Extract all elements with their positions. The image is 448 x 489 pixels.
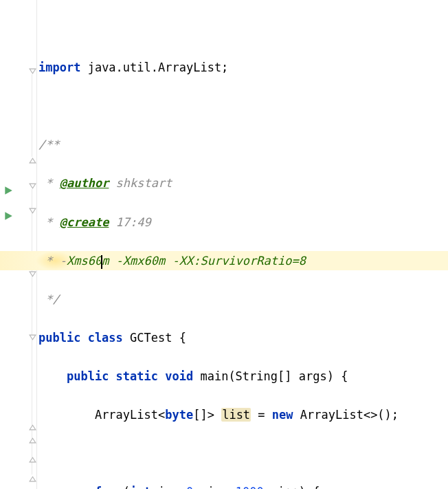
variable-highlighted: list — [221, 408, 251, 422]
text: []> — [193, 408, 221, 422]
javadoc-tag: @create — [60, 215, 109, 229]
keyword: int — [130, 485, 151, 489]
code-line[interactable]: ArrayList<byte[]> list = new ArrayList<>… — [38, 405, 448, 424]
text: GCTest { — [130, 331, 186, 345]
text: ArrayList< — [95, 408, 165, 422]
javadoc-star: * — [38, 215, 60, 229]
fold-end-icon[interactable] — [27, 155, 37, 164]
text: ( — [116, 485, 130, 489]
code-editor[interactable]: import java.util.ArrayList; /** * @autho… — [0, 0, 448, 489]
keyword: public class — [38, 331, 130, 345]
keyword: for — [95, 485, 116, 489]
jvm-arg: m -Xmx60m -XX:SurvivorRatio=8 — [102, 254, 306, 268]
keyword: public static void — [67, 369, 200, 383]
code-line[interactable]: public class GCTest { — [38, 328, 448, 347]
javadoc-close: */ — [38, 292, 60, 306]
fold-end-icon[interactable] — [27, 454, 37, 464]
fold-toggle-icon[interactable] — [27, 206, 37, 216]
javadoc-open: /** — [38, 138, 60, 151]
code-line[interactable]: * @create 17:49 — [38, 213, 448, 232]
gutter — [0, 0, 27, 489]
text: ArrayList<>(); — [293, 408, 399, 422]
run-gutter-icon[interactable] — [3, 182, 13, 191]
code-line[interactable] — [38, 19, 448, 39]
fold-column — [27, 0, 37, 489]
code-line[interactable]: import java.util.ArrayList; — [38, 58, 448, 77]
run-gutter-icon[interactable] — [3, 207, 13, 217]
code-line[interactable]: public static void main(String[] args) { — [38, 367, 448, 386]
method-name: main — [200, 369, 228, 383]
code-line[interactable]: for (int i = 0; i < 1000; i++) { — [38, 482, 448, 489]
javadoc-text: 17:49 — [109, 215, 150, 229]
code-line[interactable]: * @author shkstart — [38, 173, 448, 193]
fold-toggle-icon[interactable] — [27, 182, 37, 191]
text: i = — [151, 485, 186, 489]
code-line[interactable] — [38, 444, 448, 463]
javadoc-star: * — [38, 176, 60, 190]
code-line[interactable]: /** — [38, 135, 448, 154]
number: 1000 — [236, 485, 264, 489]
text: ; i++) { — [264, 485, 320, 489]
javadoc-text: shkstart — [109, 176, 172, 190]
code-line[interactable] — [38, 96, 448, 116]
fold-toggle-icon[interactable] — [27, 333, 37, 343]
code-line[interactable]: */ — [38, 290, 448, 309]
keyword: import — [38, 61, 80, 74]
text: java.util.ArrayList; — [80, 61, 228, 74]
fold-toggle-icon[interactable] — [27, 270, 37, 279]
jvm-arg: Xms60 — [67, 254, 102, 268]
text-caret — [101, 255, 102, 269]
javadoc-tag: @author — [60, 176, 109, 190]
keyword: new — [272, 408, 293, 422]
text: (String[] args) { — [228, 369, 348, 383]
fold-end-icon[interactable] — [27, 422, 37, 431]
code-area[interactable]: import java.util.ArrayList; /** * @autho… — [37, 0, 448, 489]
number: 0 — [186, 485, 193, 489]
fold-end-icon[interactable] — [27, 473, 37, 483]
text: = — [251, 408, 272, 422]
fold-end-icon[interactable] — [27, 435, 37, 444]
javadoc-star: * - — [38, 254, 67, 268]
code-line-highlighted[interactable]: * -Xms60m -Xmx60m -XX:SurvivorRatio=8 — [38, 251, 448, 270]
fold-toggle-icon[interactable] — [27, 67, 37, 76]
text: ; i < — [193, 485, 235, 489]
keyword: byte — [165, 408, 193, 422]
